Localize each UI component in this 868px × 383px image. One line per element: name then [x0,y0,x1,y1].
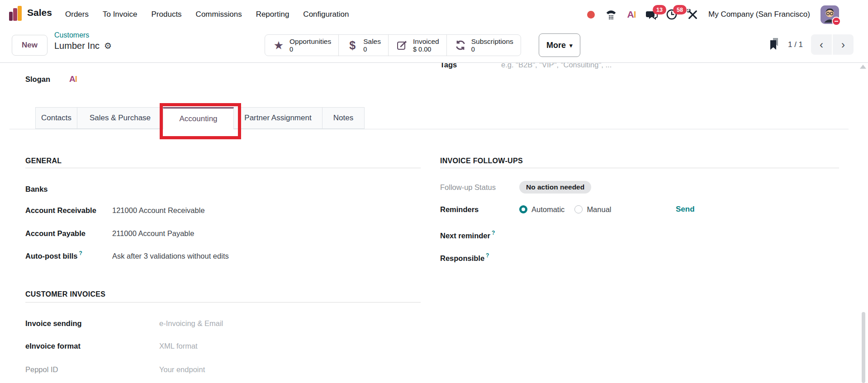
radio-automatic[interactable] [519,205,527,213]
menu-reporting[interactable]: Reporting [256,10,289,19]
invoice-sending-label: Invoice sending [25,319,159,328]
form-sheet: Tags e.g. "B2B", "VIP", "Consulting", ..… [0,63,868,383]
menu-orders[interactable]: Orders [65,10,89,19]
control-panel: New Customers Lumber Inc ⚙ ★ Opportuniti… [0,29,868,63]
pager-next-button[interactable]: › [833,34,854,55]
next-reminder-label: Next reminder [440,232,490,240]
menu-products[interactable]: Products [152,10,182,19]
bookmark-icon[interactable] [769,37,780,52]
banks-row: Banks [25,183,112,195]
responsible-label: Responsible [440,254,484,262]
top-navbar: Sales Orders To Invoice Products Commiss… [0,0,868,29]
stat-buttons: ★ Opportunities 0 $ Sales 0 [265,34,521,56]
slogan-field-row: Slogan AI [25,74,77,84]
account-receivable-row: Account Receivable 121000 Account Receiv… [25,204,205,217]
slogan-label: Slogan [25,75,69,84]
dollar-icon: $ [346,40,359,51]
pager-previous-button[interactable]: ‹ [811,34,832,55]
invoice-sending-row: Invoice sending e-Invoicing & Email [25,317,223,330]
account-payable-field[interactable]: 211000 Account Payable [112,229,194,238]
menu-commissions[interactable]: Commissions [196,10,242,19]
main-menu: Orders To Invoice Products Commissions R… [65,0,349,29]
radio-manual[interactable] [574,205,583,213]
help-icon[interactable]: ? [486,252,489,259]
account-receivable-field[interactable]: 121000 Account Receivable [112,206,205,215]
tab-accounting[interactable]: Accounting [163,107,234,129]
stat-value: 0 [363,46,381,53]
next-reminder-row: Next reminder? [440,229,495,242]
company-switcher[interactable]: My Company (San Francisco) [708,10,810,19]
tabs-divider [9,129,849,129]
chevron-down-icon: ▾ [569,42,573,49]
tab-sales-purchase[interactable]: Sales & Purchase [77,107,163,129]
einvoice-format-label: eInvoice format [25,342,159,350]
sales-app-logo-icon[interactable] [9,6,23,22]
menu-to-invoice[interactable]: To Invoice [103,10,138,19]
messages-badge: 13 [653,5,666,14]
section-title-customer-invoices: CUSTOMER INVOICES [25,290,105,298]
radio-manual-label[interactable]: Manual [587,205,611,214]
user-avatar[interactable] [821,5,839,24]
pager-count[interactable]: 1 / 1 [788,40,803,49]
followup-status-row: Follow-up Status No action needed [440,181,591,194]
stat-label: Sales [363,38,381,46]
tab-contacts[interactable]: Contacts [35,107,77,129]
radio-automatic-label[interactable]: Automatic [531,205,564,214]
einvoice-format-field[interactable]: XML format [159,342,198,350]
menu-configuration[interactable]: Configuration [303,10,349,19]
status-red-dot-icon[interactable] [584,8,597,21]
tab-notes[interactable]: Notes [322,107,365,129]
tools-icon[interactable] [686,8,699,21]
peppol-id-row: Peppol ID Your endpoint [25,363,205,376]
followup-status-label: Follow-up Status [440,183,519,192]
scrollbar-up-arrow[interactable] [860,65,866,69]
tab-partner-assignment[interactable]: Partner Assignment [233,107,323,129]
stat-value: 0 [289,46,331,53]
stat-subscriptions-button[interactable]: Subscriptions 0 [447,35,521,56]
tags-input[interactable]: e.g. "B2B", "VIP", "Consulting", ... [501,63,612,69]
activities-badge: 58 [673,5,687,14]
tags-field-row: Tags e.g. "B2B", "VIP", "Consulting", ..… [440,63,612,69]
ai-assistant-icon[interactable]: AI [625,8,638,21]
pencil-square-icon [396,39,408,51]
responsible-row: Responsible? [440,252,489,265]
messages-icon[interactable]: 13 [645,8,658,21]
auto-post-bills-field[interactable]: Ask after 3 validations without edits [112,252,229,260]
activities-clock-icon[interactable]: 58 [666,8,678,21]
stat-label: Invoiced [413,38,439,46]
notebook-tabs: Contacts Sales & Purchase Accounting Par… [35,107,365,129]
einvoice-format-row: eInvoice format XML format [25,340,198,352]
followup-status-badge: No action needed [519,181,591,194]
banks-label: Banks [25,185,112,194]
auto-post-bills-row: Auto-post bills? Ask after 3 validations… [25,250,229,262]
app-name[interactable]: Sales [27,7,52,18]
new-button[interactable]: New [12,35,47,56]
help-icon[interactable]: ? [79,250,82,256]
stat-opportunities-button[interactable]: ★ Opportunities 0 [265,35,339,56]
stat-label: Subscriptions [471,38,513,46]
section-title-general: GENERAL [25,157,62,165]
scrollbar-thumb[interactable] [862,312,865,383]
invoice-sending-field[interactable]: e-Invoicing & Email [159,319,223,328]
record-title: Lumber Inc [54,41,100,51]
user-status-busy-icon [832,17,841,26]
help-icon[interactable]: ? [492,230,495,236]
account-payable-row: Account Payable 211000 Account Payable [25,227,194,240]
stat-invoiced-button[interactable]: Invoiced $ 0.00 [389,35,447,56]
account-payable-label: Account Payable [25,229,112,238]
more-button[interactable]: More ▾ [539,33,580,57]
peppol-id-field[interactable]: Your endpoint [159,365,205,374]
voip-phone-icon[interactable] [605,8,617,21]
send-button[interactable]: Send [676,205,695,214]
star-icon: ★ [272,40,285,51]
breadcrumb[interactable]: Customers [54,31,89,39]
auto-post-bills-label: Auto-post bills [25,252,77,260]
refresh-icon [454,39,467,51]
stat-label: Opportunities [289,38,331,46]
tags-label: Tags [440,63,501,69]
screen: Sales Orders To Invoice Products Commiss… [0,0,868,383]
ai-generate-icon[interactable]: AI [69,74,77,84]
stat-sales-button[interactable]: $ Sales 0 [339,35,389,56]
account-receivable-label: Account Receivable [25,206,112,215]
gear-icon[interactable]: ⚙ [104,41,112,51]
